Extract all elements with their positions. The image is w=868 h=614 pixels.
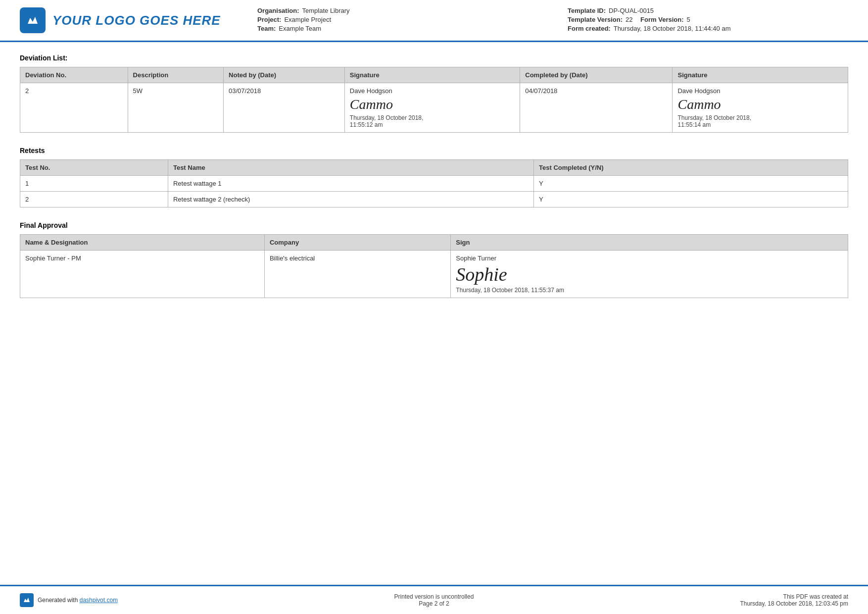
- header-meta-right: Template ID: DP-QUAL-0015 Template Versi…: [538, 7, 848, 34]
- sig-name-2: Dave Hodgson: [677, 87, 843, 95]
- sophie-sig-name: Sophie Turner: [456, 255, 843, 262]
- company-cell: Billie's electrical: [264, 251, 450, 298]
- test-completed-cell: Y: [534, 176, 848, 192]
- footer-page: Page 2 of 2: [228, 600, 640, 607]
- completed-by-date-header: Completed by (Date): [520, 67, 673, 83]
- deviation-list-header-row: Deviation No. Description Noted by (Date…: [20, 67, 848, 83]
- test-name-cell: Retest wattage 1: [168, 176, 533, 192]
- sig-name-1: Dave Hodgson: [350, 87, 515, 95]
- noted-by-date-cell: 03/07/2018: [224, 83, 345, 133]
- signature-header-2: Signature: [673, 67, 848, 83]
- final-approval-table: Name & Designation Company Sign Sophie T…: [20, 234, 848, 298]
- sig-image-1: Cammo: [350, 98, 515, 111]
- sign-cell: Sophie Turner Sophie Thursday, 18 Octobe…: [451, 251, 848, 298]
- page-content: Deviation List: Deviation No. Descriptio…: [0, 42, 868, 324]
- footer-link[interactable]: dashpivot.com: [80, 597, 118, 604]
- signature-cell-2: Dave Hodgson Cammo Thursday, 18 October …: [673, 83, 848, 133]
- name-designation-cell: Sophie Turner - PM: [20, 251, 265, 298]
- signature-header-1: Signature: [344, 67, 520, 83]
- logo-svg-icon: [25, 13, 40, 28]
- table-row: 1 Retest wattage 1 Y: [20, 176, 848, 192]
- final-approval-title: Final Approval: [20, 221, 848, 229]
- sophie-sig-image: Sophie: [456, 265, 843, 284]
- sign-header: Sign: [451, 235, 848, 251]
- project-label: Project:: [257, 16, 281, 23]
- company-header: Company: [264, 235, 450, 251]
- test-completed-cell: Y: [534, 192, 848, 207]
- deviation-list-table: Deviation No. Description Noted by (Date…: [20, 67, 848, 133]
- footer-generated-text: Generated with dashpivot.com: [38, 597, 118, 604]
- form-version-label: Form Version:: [640, 16, 683, 23]
- name-designation-header: Name & Designation: [20, 235, 265, 251]
- project-value: Example Project: [284, 16, 331, 23]
- footer-center: Printed version is uncontrolled Page 2 o…: [228, 593, 640, 607]
- logo-icon: [20, 7, 46, 33]
- form-version-value: 5: [687, 16, 690, 23]
- team-label: Team:: [257, 25, 276, 32]
- page-footer: Generated with dashpivot.com Printed ver…: [0, 585, 868, 614]
- retests-title: Retests: [20, 147, 848, 154]
- deviation-no-cell: 2: [20, 83, 128, 133]
- template-version-value: 22: [626, 16, 632, 23]
- test-completed-header: Test Completed (Y/N): [534, 160, 848, 176]
- form-created-value: Thursday, 18 October 2018, 11:44:40 am: [614, 25, 731, 32]
- logo-text: YOUR LOGO GOES HERE: [52, 13, 221, 28]
- organisation-label: Organisation:: [257, 7, 299, 14]
- table-row: 2 Retest wattage 2 (recheck) Y: [20, 192, 848, 207]
- form-created-label: Form created:: [568, 25, 611, 32]
- logo-area: YOUR LOGO GOES HERE: [20, 7, 228, 33]
- description-cell: 5W: [128, 83, 223, 133]
- template-id-label: Template ID:: [568, 7, 606, 14]
- header-meta-left: Organisation: Template Library Project: …: [228, 7, 538, 34]
- test-no-header: Test No.: [20, 160, 168, 176]
- sophie-sig-date: Thursday, 18 October 2018, 11:55:37 am: [456, 287, 843, 294]
- test-no-cell: 1: [20, 176, 168, 192]
- footer-pdf-created-text: This PDF was created at: [640, 593, 848, 600]
- footer-left: Generated with dashpivot.com: [20, 593, 228, 607]
- completed-by-date-cell: 04/07/2018: [520, 83, 673, 133]
- table-row: Sophie Turner - PM Billie's electrical S…: [20, 251, 848, 298]
- deviation-list-title: Deviation List:: [20, 54, 848, 62]
- page-header: YOUR LOGO GOES HERE Organisation: Templa…: [0, 0, 868, 42]
- organisation-value: Template Library: [302, 7, 350, 14]
- footer-uncontrolled: Printed version is uncontrolled: [228, 593, 640, 600]
- retests-header-row: Test No. Test Name Test Completed (Y/N): [20, 160, 848, 176]
- test-name-header: Test Name: [168, 160, 533, 176]
- footer-logo-icon: [20, 593, 34, 607]
- sig-image-2: Cammo: [677, 98, 843, 111]
- footer-pdf-created-date: Thursday, 18 October 2018, 12:03:45 pm: [640, 600, 848, 607]
- sig-date-1: Thursday, 18 October 2018,11:55:12 am: [350, 114, 515, 128]
- template-version-label: Template Version:: [568, 16, 623, 23]
- retests-table: Test No. Test Name Test Completed (Y/N) …: [20, 159, 848, 207]
- description-header: Description: [128, 67, 223, 83]
- noted-by-date-header: Noted by (Date): [224, 67, 345, 83]
- template-id-value: DP-QUAL-0015: [609, 7, 654, 14]
- signature-cell-1: Dave Hodgson Cammo Thursday, 18 October …: [344, 83, 520, 133]
- sig-date-2: Thursday, 18 October 2018,11:55:14 am: [677, 114, 843, 128]
- table-row: 2 5W 03/07/2018 Dave Hodgson Cammo Thurs…: [20, 83, 848, 133]
- footer-logo-svg: [23, 596, 31, 604]
- team-value: Example Team: [279, 25, 321, 32]
- footer-right: This PDF was created at Thursday, 18 Oct…: [640, 593, 848, 607]
- final-approval-header-row: Name & Designation Company Sign: [20, 235, 848, 251]
- test-name-cell: Retest wattage 2 (recheck): [168, 192, 533, 207]
- test-no-cell: 2: [20, 192, 168, 207]
- deviation-no-header: Deviation No.: [20, 67, 128, 83]
